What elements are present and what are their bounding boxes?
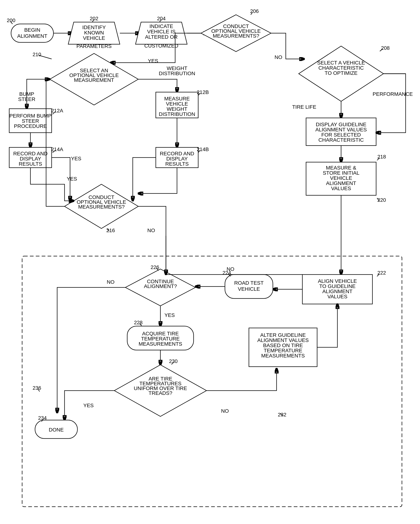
- svg-text:ALIGNMENT: ALIGNMENT: [322, 288, 352, 294]
- svg-text:MEASUREMENTS: MEASUREMENTS: [261, 353, 305, 358]
- svg-text:RECORD AND: RECORD AND: [160, 151, 194, 157]
- svg-text:VEHICLE: VEHICLE: [83, 35, 105, 41]
- svg-text:STEER: STEER: [22, 118, 39, 124]
- svg-text:MEASUREMENTS?: MEASUREMENTS?: [78, 204, 125, 210]
- svg-text:KNOWN: KNOWN: [84, 30, 104, 35]
- svg-text:WEIGHT: WEIGHT: [167, 65, 187, 71]
- svg-text:DISPLAY: DISPLAY: [166, 156, 188, 162]
- svg-text:ALIGNMENT VALUES: ALIGNMENT VALUES: [257, 337, 309, 343]
- svg-text:BEGIN: BEGIN: [24, 27, 40, 33]
- svg-text:PROCEDURE: PROCEDURE: [14, 123, 47, 129]
- svg-text:CUSTOMIZED: CUSTOMIZED: [144, 43, 179, 49]
- svg-text:DISTRIBUTION: DISTRIBUTION: [159, 70, 195, 76]
- svg-text:VEHICLE: VEHICLE: [330, 175, 352, 181]
- svg-text:PERFORMANCE: PERFORMANCE: [373, 91, 413, 97]
- svg-text:YES: YES: [67, 176, 77, 182]
- node-220: MEASURE & STORE INITIAL VEHICLE ALIGNMEN…: [306, 162, 386, 203]
- svg-text:ALIGNMENT: ALIGNMENT: [326, 180, 356, 186]
- svg-text:CHARACTERISTIC: CHARACTERISTIC: [318, 65, 364, 71]
- node-222: ALIGN VEHICLE TO GUIDELINE ALIGNMENT VAL…: [302, 270, 386, 304]
- svg-text:TEMPERATURE: TEMPERATURE: [141, 336, 180, 341]
- svg-text:212B: 212B: [197, 89, 209, 95]
- svg-text:206: 206: [250, 8, 259, 14]
- svg-text:ALIGNMENT: ALIGNMENT: [17, 33, 47, 39]
- svg-text:TREADS?: TREADS?: [148, 390, 172, 396]
- node-232: ALTER GUIDELINE ALIGNMENT VALUES BASED O…: [249, 328, 317, 367]
- svg-text:MEASUREMENTS: MEASUREMENTS: [139, 341, 182, 347]
- svg-text:232: 232: [278, 412, 286, 418]
- svg-text:NO: NO: [107, 279, 115, 285]
- svg-text:ACQUIRE TIRE: ACQUIRE TIRE: [142, 331, 179, 336]
- svg-text:WEIGHT: WEIGHT: [167, 106, 187, 112]
- node-212b: MEASURE VEHICLE WEIGHT DISTRIBUTION 212B: [156, 89, 209, 118]
- svg-text:YES: YES: [71, 156, 81, 161]
- svg-text:216: 216: [106, 227, 115, 233]
- node-done: DONE 234: [35, 415, 77, 438]
- svg-text:INDICATE: INDICATE: [150, 23, 173, 29]
- svg-text:STORE INITIAL: STORE INITIAL: [323, 170, 359, 176]
- svg-text:TEMPERATURE: TEMPERATURE: [264, 348, 302, 353]
- node-226: CONTINUE ALIGNMENT? 226: [125, 264, 196, 306]
- svg-text:NO: NO: [147, 227, 155, 233]
- svg-text:MEASURE &: MEASURE &: [326, 165, 356, 171]
- svg-text:228: 228: [134, 320, 143, 325]
- svg-text:RECORD AND: RECORD AND: [13, 151, 48, 157]
- svg-text:DISPLAY GUIDELINE: DISPLAY GUIDELINE: [316, 122, 366, 127]
- node-230: ARE TIRE TEMPERATURES UNIFORM OVER TIRE …: [114, 365, 206, 416]
- node-210: SELECT AN OPTIONAL VEHICLE MEASUREMENT 2…: [33, 52, 138, 105]
- svg-text:PERFORM BUMP: PERFORM BUMP: [9, 113, 52, 119]
- svg-text:212A: 212A: [51, 108, 63, 114]
- svg-text:226: 226: [151, 264, 159, 270]
- flowchart: text { font-family: Arial, Helvetica, sa…: [0, 0, 420, 524]
- svg-text:DISPLAY: DISPLAY: [20, 156, 41, 162]
- node-202: IDENTIFY KNOWN VEHICLE 202: [68, 16, 120, 44]
- node-224: ROAD TEST VEHICLE 224: [223, 270, 273, 298]
- svg-text:236: 236: [33, 385, 41, 391]
- svg-text:VEHICLE IS: VEHICLE IS: [147, 29, 176, 35]
- svg-text:230: 230: [169, 358, 178, 364]
- svg-text:ALIGN VEHICLE: ALIGN VEHICLE: [318, 278, 357, 284]
- svg-text:SELECT A VEHICLE: SELECT A VEHICLE: [317, 60, 365, 66]
- node-212a: PERFORM BUMP STEER PROCEDURE 212A: [9, 108, 63, 133]
- svg-text:214B: 214B: [197, 147, 209, 152]
- svg-text:MEASURE: MEASURE: [164, 96, 190, 102]
- svg-text:NO: NO: [275, 54, 282, 60]
- svg-text:RESULTS: RESULTS: [165, 161, 189, 167]
- svg-text:NO: NO: [221, 408, 229, 414]
- node-218: DISPLAY GUIDELINE ALIGNMENT VALUES FOR S…: [306, 118, 376, 146]
- svg-text:FOR SELECTED: FOR SELECTED: [321, 132, 361, 138]
- svg-text:VEHICLE: VEHICLE: [166, 101, 188, 107]
- svg-text:IDENTIFY: IDENTIFY: [82, 25, 106, 30]
- svg-text:DONE: DONE: [49, 427, 64, 433]
- svg-text:210: 210: [33, 52, 41, 57]
- svg-text:VALUES: VALUES: [327, 294, 347, 299]
- svg-text:202: 202: [90, 16, 98, 21]
- svg-text:TIRE LIFE: TIRE LIFE: [292, 104, 316, 110]
- svg-text:MEASUREMENT: MEASUREMENT: [74, 77, 114, 83]
- node-200: BEGIN ALIGNMENT 200: [7, 17, 54, 42]
- svg-text:TO OPTIMIZE: TO OPTIMIZE: [325, 70, 357, 76]
- svg-text:RESULTS: RESULTS: [19, 161, 42, 167]
- svg-text:204: 204: [157, 16, 166, 21]
- svg-text:CHARACTERISTIC: CHARACTERISTIC: [318, 137, 364, 143]
- svg-text:ROAD TEST: ROAD TEST: [234, 280, 264, 286]
- node-202-label: PARAMETERS: [77, 43, 112, 49]
- svg-text:YES: YES: [164, 312, 175, 318]
- node-216: CONDUCT OPTIONAL VEHICLE MEASUREMENTS? 2…: [64, 184, 138, 233]
- svg-text:ALTER GUIDELINE: ALTER GUIDELINE: [260, 332, 306, 338]
- svg-text:NO: NO: [227, 266, 234, 272]
- svg-text:VALUES: VALUES: [331, 185, 351, 191]
- node-214b: RECORD AND DISPLAY RESULTS 214B: [156, 147, 209, 168]
- svg-text:MEASUREMENTS?: MEASUREMENTS?: [213, 33, 259, 39]
- node-214a: RECORD AND DISPLAY RESULTS 214A: [9, 147, 63, 168]
- svg-text:BASED ON TIRE: BASED ON TIRE: [263, 342, 303, 348]
- node-206: CONDUCT OPTIONAL VEHICLE MEASUREMENTS? 2…: [201, 8, 271, 52]
- svg-text:208: 208: [381, 45, 390, 51]
- svg-text:ALIGNMENT VALUES: ALIGNMENT VALUES: [315, 127, 367, 132]
- svg-text:YES: YES: [83, 402, 94, 408]
- svg-text:ALIGNMENT?: ALIGNMENT?: [144, 283, 177, 289]
- svg-text:TO GUIDELINE: TO GUIDELINE: [319, 283, 356, 289]
- svg-text:ALTERED OR: ALTERED OR: [145, 34, 178, 40]
- svg-text:214A: 214A: [51, 147, 63, 152]
- svg-text:VEHICLE: VEHICLE: [238, 286, 260, 292]
